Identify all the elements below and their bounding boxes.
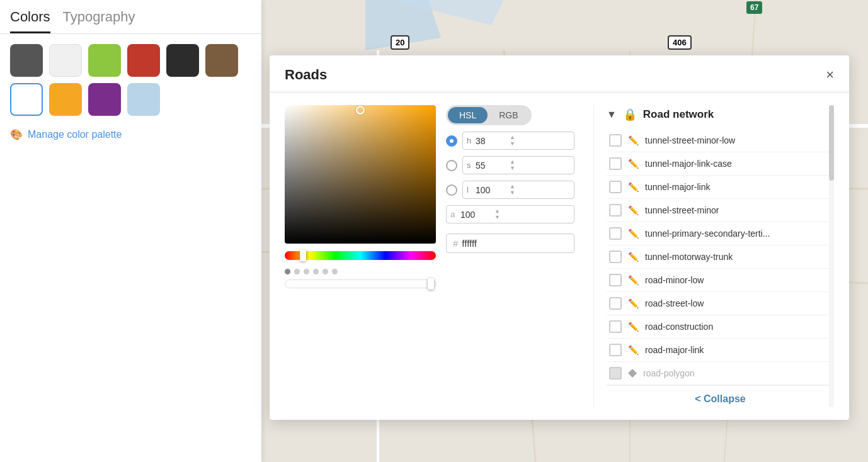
rgb-mode-button[interactable]: RGB — [488, 107, 529, 123]
layer-list: ✏️ tunnel-street-minor-low ✏️ tunnel-maj… — [607, 129, 834, 385]
a-input-wrap: a ▲ ▼ — [446, 205, 574, 223]
picker-top: HSL RGB h ▲ ▼ — [285, 105, 574, 288]
s-spinner[interactable]: ▲ ▼ — [510, 159, 515, 171]
dot-4[interactable] — [313, 269, 319, 274]
tab-typography[interactable]: Typography — [63, 9, 135, 33]
swatch-orange[interactable] — [49, 83, 82, 116]
layer-name: tunnel-major-link-case — [645, 159, 831, 169]
h-channel-row: h ▲ ▼ — [446, 132, 574, 150]
pencil-icon[interactable]: ✏️ — [628, 159, 639, 169]
a-label: a — [450, 210, 458, 219]
layer-name: road-minor-low — [645, 275, 831, 285]
dot-2[interactable] — [294, 269, 300, 274]
h-down[interactable]: ▼ — [510, 141, 515, 147]
swatch-black[interactable] — [166, 44, 199, 77]
alpha-slider[interactable] — [285, 279, 436, 288]
pencil-icon[interactable]: ✏️ — [628, 228, 639, 239]
layer-name: road-construction — [645, 322, 831, 332]
layer-item: ✏️ road-major-link — [607, 339, 834, 362]
roads-panel-title: Roads — [285, 67, 327, 83]
hue-thumb — [300, 250, 306, 261]
dot-5[interactable] — [323, 269, 328, 274]
layer-checkbox[interactable] — [609, 297, 622, 310]
layer-checkbox[interactable] — [609, 157, 622, 170]
layer-name: tunnel-motorway-trunk — [645, 252, 831, 262]
scroll-thumb[interactable] — [829, 105, 834, 181]
s-down[interactable]: ▼ — [510, 166, 515, 171]
close-button[interactable]: × — [826, 68, 834, 82]
l-up[interactable]: ▲ — [510, 184, 515, 189]
picker-cursor — [356, 106, 365, 115]
h-input-wrap: h ▲ ▼ — [462, 132, 574, 150]
layer-checkbox[interactable] — [609, 367, 622, 380]
a-channel-row: a ▲ ▼ — [446, 205, 574, 223]
swatch-red[interactable] — [127, 44, 160, 77]
layer-item: ✏️ tunnel-motorway-trunk — [607, 245, 834, 269]
collapse-btn-row: < Collapse — [607, 385, 834, 407]
swatch-dark-gray[interactable] — [10, 44, 43, 77]
h-spinner[interactable]: ▲ ▼ — [510, 135, 515, 147]
a-down[interactable]: ▼ — [494, 215, 500, 220]
pencil-icon[interactable]: ✏️ — [628, 275, 639, 285]
l-spinner[interactable]: ▲ ▼ — [510, 184, 515, 196]
l-down[interactable]: ▼ — [510, 190, 515, 196]
pencil-icon[interactable]: ✏️ — [628, 135, 639, 145]
alpha-bar-row — [285, 279, 436, 288]
swatch-white-selected[interactable] — [10, 83, 43, 116]
a-up[interactable]: ▲ — [494, 208, 500, 214]
pencil-icon[interactable]: ✏️ — [628, 298, 639, 308]
swatch-brown[interactable] — [205, 44, 238, 77]
dot-1[interactable] — [285, 269, 290, 274]
scroll-track — [829, 105, 834, 407]
pencil-icon[interactable]: ✏️ — [628, 322, 639, 332]
l-input[interactable] — [476, 185, 507, 195]
pencil-icon[interactable]: ✏️ — [628, 345, 639, 355]
s-radio[interactable] — [446, 160, 457, 171]
hue-slider[interactable] — [285, 251, 436, 260]
tab-colors[interactable]: Colors — [10, 9, 50, 33]
layer-item: ✏️ tunnel-street-minor-low — [607, 129, 834, 152]
mode-toggle: HSL RGB — [446, 105, 532, 125]
layer-name: road-major-link — [645, 345, 831, 355]
s-input[interactable] — [476, 161, 507, 171]
layer-item: ✏️ tunnel-primary-secondary-terti... — [607, 222, 834, 245]
l-radio[interactable] — [446, 184, 457, 196]
layer-checkbox[interactable] — [609, 181, 622, 193]
layer-item: ✏️ road-construction — [607, 315, 834, 339]
layer-checkbox[interactable] — [609, 204, 622, 217]
swatch-light-blue[interactable] — [127, 83, 160, 116]
layer-name: tunnel-street-minor-low — [645, 135, 831, 145]
l-label: l — [467, 185, 473, 194]
swatch-purple[interactable] — [88, 83, 121, 116]
layer-checkbox[interactable] — [609, 344, 622, 356]
hsl-mode-button[interactable]: HSL — [448, 107, 488, 123]
h-radio[interactable] — [446, 135, 457, 147]
collapse-arrow-icon[interactable]: ▼ — [607, 109, 617, 120]
collapse-button[interactable]: < Collapse — [695, 393, 745, 405]
dot-6[interactable] — [332, 269, 338, 274]
pencil-icon[interactable]: ✏️ — [628, 252, 639, 262]
layer-checkbox[interactable] — [609, 251, 622, 263]
h-label: h — [467, 136, 473, 145]
layer-checkbox[interactable] — [609, 227, 622, 240]
manage-palette-button[interactable]: 🎨 Manage color palette — [10, 126, 251, 143]
layer-item: ✏️ tunnel-major-link-case — [607, 152, 834, 176]
h-input[interactable] — [476, 136, 507, 146]
pencil-icon[interactable]: ✏️ — [628, 205, 639, 215]
layer-checkbox[interactable] — [609, 274, 622, 286]
swatch-white-gray[interactable] — [49, 44, 82, 77]
gradient-canvas[interactable] — [285, 105, 436, 244]
roads-panel-body: HSL RGB h ▲ ▼ — [270, 93, 849, 420]
pencil-icon[interactable]: ✏️ — [628, 182, 639, 192]
layer-checkbox[interactable] — [609, 134, 622, 147]
swatch-lime[interactable] — [88, 44, 121, 77]
h-up[interactable]: ▲ — [510, 135, 515, 140]
hex-input[interactable] — [462, 238, 537, 249]
layer-checkbox[interactable] — [609, 320, 622, 333]
a-input[interactable] — [460, 210, 492, 220]
a-spinner[interactable]: ▲ ▼ — [494, 208, 500, 220]
dot-3[interactable] — [304, 269, 309, 274]
s-up[interactable]: ▲ — [510, 159, 515, 165]
layer-name: road-street-low — [645, 298, 831, 308]
map-label-20: 20 — [391, 35, 409, 50]
